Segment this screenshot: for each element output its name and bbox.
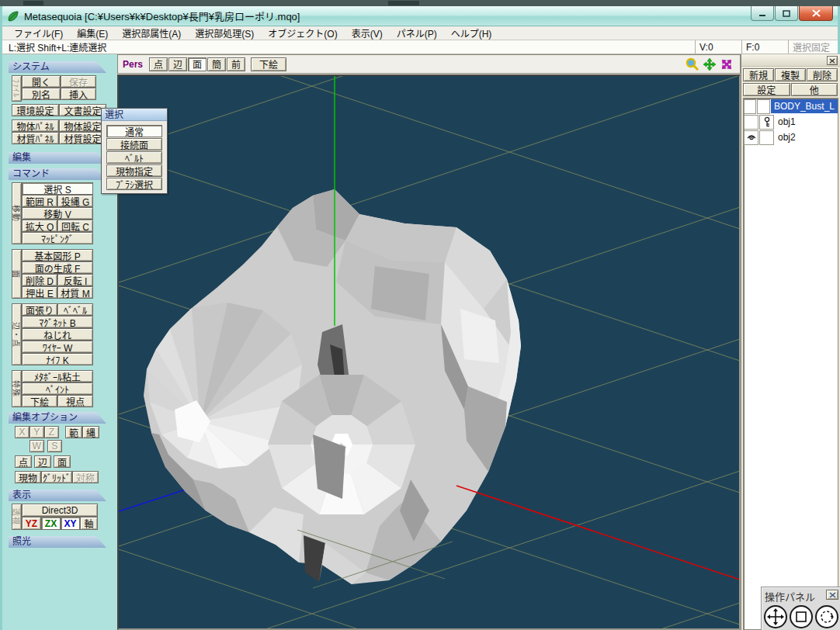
object-name[interactable]: obj2 bbox=[775, 130, 838, 144]
save-button[interactable]: 保存 bbox=[61, 75, 96, 88]
select-normal-button[interactable]: 通常 bbox=[106, 125, 162, 137]
lasso-command[interactable]: 投縄 G bbox=[57, 195, 93, 207]
view-mode-label[interactable]: Pers bbox=[123, 59, 143, 70]
face-stretch-command[interactable]: 面張り bbox=[22, 303, 57, 316]
command-group-special-tab[interactable]: 特殊 bbox=[12, 370, 22, 407]
file-tab[interactable]: ﾌｧｲﾙ bbox=[12, 75, 22, 102]
grid-snap-toggle[interactable]: ｸﾞﾘｯﾄﾞ bbox=[41, 471, 72, 483]
select-belt-button[interactable]: ﾍﾞﾙﾄ bbox=[106, 151, 162, 164]
invert-command[interactable]: 反転 I bbox=[57, 274, 93, 286]
object-panel-close-button[interactable] bbox=[827, 56, 838, 65]
axis-x-toggle[interactable]: X bbox=[15, 426, 30, 438]
operation-panel-close-button[interactable] bbox=[826, 590, 838, 600]
menu-file[interactable]: ファイル(F) bbox=[7, 26, 70, 40]
object-name[interactable]: obj1 bbox=[775, 115, 838, 129]
menu-edit[interactable]: 編集(E) bbox=[70, 26, 115, 40]
knife-command[interactable]: ﾅｲﾌ K bbox=[22, 353, 93, 365]
lock-checkbox[interactable] bbox=[757, 99, 769, 114]
direct3d-button[interactable]: Direct3D bbox=[22, 504, 98, 517]
insert-button[interactable]: 挿入 bbox=[61, 88, 96, 100]
menu-object[interactable]: オブジェクト(O) bbox=[261, 26, 344, 40]
command-group-face-tab[interactable]: 面 bbox=[12, 249, 22, 299]
minimize-button[interactable] bbox=[751, 6, 774, 21]
env-settings-button[interactable]: 環境設定 bbox=[12, 104, 59, 116]
magnet-command[interactable]: ﾏｸﾞﾈｯﾄ B bbox=[22, 316, 93, 328]
range-option-toggle[interactable]: 範 bbox=[65, 426, 82, 438]
visibility-checkbox[interactable] bbox=[744, 115, 758, 130]
menu-selection-proc[interactable]: 選択部処理(S) bbox=[188, 26, 261, 40]
object-delete-button[interactable]: 削除 bbox=[807, 68, 838, 81]
visibility-checkbox[interactable] bbox=[744, 99, 756, 114]
show-faces-toggle[interactable]: 面 bbox=[188, 57, 207, 71]
extrude-command[interactable]: 押出 E bbox=[22, 286, 57, 299]
object-name[interactable]: BODY_Bust_L bbox=[771, 99, 838, 113]
menu-selection-attr[interactable]: 選択部属性(A) bbox=[115, 26, 188, 40]
op-move-button[interactable] bbox=[764, 605, 787, 628]
range-command[interactable]: 範囲 R bbox=[22, 195, 57, 207]
face-filter-toggle[interactable]: 面 bbox=[54, 455, 71, 468]
show-points-toggle[interactable]: 点 bbox=[149, 57, 168, 71]
plane-yz-toggle[interactable]: YZ bbox=[22, 517, 41, 530]
lock-checkbox[interactable] bbox=[759, 130, 774, 145]
material-settings-button[interactable]: 材質設定 bbox=[59, 132, 106, 144]
object-row[interactable]: obj2 bbox=[744, 130, 838, 145]
select-by-object-button[interactable]: 現物指定 bbox=[106, 164, 162, 177]
twist-command[interactable]: ねじれ bbox=[22, 328, 93, 341]
move-command[interactable]: 移動 V bbox=[22, 207, 93, 220]
object-settings-button[interactable]: 設定 bbox=[743, 83, 790, 96]
object-other-button[interactable]: 他 bbox=[791, 83, 838, 96]
menu-help[interactable]: ヘルプ(H) bbox=[444, 26, 499, 40]
rotate-tool-icon[interactable] bbox=[720, 57, 734, 71]
op-rotate-button[interactable] bbox=[815, 605, 838, 628]
simple-display-toggle[interactable]: 簡 bbox=[207, 57, 226, 71]
wire-command[interactable]: ﾜｲﾔｰ W bbox=[22, 341, 93, 353]
mapping-command[interactable]: ﾏｯﾋﾟﾝｸﾞ bbox=[22, 232, 93, 244]
bevel-command[interactable]: ﾍﾞﾍﾞﾙ bbox=[57, 303, 93, 316]
object-panel-titlebar[interactable] bbox=[741, 54, 840, 67]
zoom-tool-icon[interactable] bbox=[686, 57, 699, 71]
visibility-checkbox[interactable] bbox=[744, 130, 758, 145]
face-gen-command[interactable]: 面の生成 F bbox=[22, 261, 93, 274]
perspective-tab[interactable]: 透視 bbox=[12, 504, 22, 530]
material-command[interactable]: 材質 M bbox=[57, 286, 93, 299]
axis-y-toggle[interactable]: Y bbox=[30, 426, 44, 438]
symmetry-toggle[interactable]: 対称 bbox=[72, 471, 99, 483]
command-group-move-tab[interactable]: 移動 bbox=[12, 182, 22, 244]
axis-z-toggle[interactable]: Z bbox=[44, 426, 59, 438]
underlay-toggle[interactable]: 下絵 bbox=[251, 57, 286, 71]
paint-command[interactable]: ﾍﾟｲﾝﾄ bbox=[22, 382, 93, 395]
plane-zx-toggle[interactable]: ZX bbox=[41, 517, 61, 530]
point-filter-toggle[interactable]: 点 bbox=[15, 455, 32, 468]
object-settings-button[interactable]: 物体設定 bbox=[59, 119, 106, 132]
save-as-button[interactable]: 別名 bbox=[22, 88, 61, 100]
selection-panel-title[interactable]: 選択 bbox=[102, 109, 167, 121]
menu-view[interactable]: 表示(V) bbox=[345, 26, 390, 40]
maximize-button[interactable] bbox=[775, 6, 798, 21]
menu-panel[interactable]: パネル(P) bbox=[390, 26, 444, 40]
select-connected-button[interactable]: 接続面 bbox=[106, 138, 162, 151]
current-object-toggle[interactable]: 現物 bbox=[15, 471, 41, 483]
delete-command[interactable]: 削除 D bbox=[22, 274, 57, 286]
command-group-edge-tab[interactable]: 辺・点 bbox=[12, 303, 22, 365]
select-brush-button[interactable]: ﾌﾞﾗｼ選択 bbox=[106, 178, 162, 190]
material-panel-toggle[interactable]: 材質ﾊﾟﾈﾙ bbox=[12, 132, 59, 144]
select-command[interactable]: 選択 S bbox=[22, 182, 93, 195]
edge-filter-toggle[interactable]: 辺 bbox=[34, 455, 51, 468]
doc-settings-button[interactable]: 文書設定 bbox=[59, 104, 106, 116]
viewport-canvas[interactable] bbox=[117, 74, 741, 630]
show-edges-toggle[interactable]: 辺 bbox=[168, 57, 187, 71]
selection-lock-label[interactable]: 選択固定 bbox=[788, 40, 838, 54]
open-button[interactable]: 開く bbox=[22, 75, 61, 88]
scale-command[interactable]: 拡大 Q bbox=[22, 220, 57, 232]
pan-tool-icon[interactable] bbox=[703, 57, 717, 71]
underlay-command[interactable]: 下絵 bbox=[22, 395, 57, 407]
object-row[interactable]: BODY_Bust_L bbox=[744, 99, 838, 114]
front-display-toggle[interactable]: 前 bbox=[227, 57, 245, 71]
close-button[interactable] bbox=[799, 6, 833, 21]
lock-checkbox[interactable] bbox=[759, 115, 774, 130]
viewpoint-command[interactable]: 視点 bbox=[57, 395, 93, 407]
object-row[interactable]: obj1 bbox=[744, 114, 838, 130]
plane-xy-toggle[interactable]: XY bbox=[61, 517, 80, 530]
primitive-command[interactable]: 基本図形 P bbox=[22, 249, 93, 261]
axis-display-toggle[interactable]: 軸 bbox=[80, 517, 98, 530]
